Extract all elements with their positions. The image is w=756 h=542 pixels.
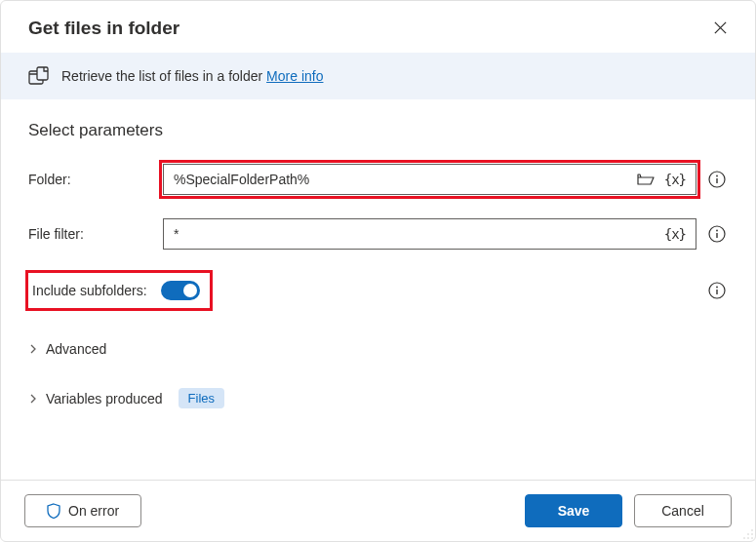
svg-point-11 <box>743 537 745 539</box>
section-title: Select parameters <box>28 121 728 140</box>
svg-point-7 <box>716 287 718 289</box>
folder-input[interactable] <box>164 165 633 194</box>
chevron-right-icon <box>28 344 38 354</box>
include-subfolders-label: Include subfolders: <box>32 283 147 298</box>
insert-variable-button[interactable]: {x} <box>660 223 690 245</box>
insert-variable-button[interactable]: {x} <box>660 169 690 190</box>
svg-point-12 <box>747 537 749 539</box>
info-banner: Retrieve the list of files in a folder M… <box>1 53 755 99</box>
folder-open-icon <box>637 173 655 186</box>
include-subfolders-info-button[interactable] <box>706 280 728 301</box>
folder-info-button[interactable] <box>706 169 728 190</box>
close-icon <box>713 20 728 35</box>
svg-rect-1 <box>37 67 48 80</box>
close-button[interactable] <box>709 17 732 39</box>
browse-folder-button[interactable] <box>633 170 658 189</box>
info-icon <box>708 171 726 188</box>
advanced-label: Advanced <box>46 341 106 357</box>
dialog-title: Get files in folder <box>28 18 179 39</box>
folder-label: Folder: <box>28 172 153 187</box>
cancel-button[interactable]: Cancel <box>634 494 732 527</box>
banner-text: Retrieve the list of files in a folder M… <box>61 68 323 84</box>
file-filter-info-button[interactable] <box>706 223 728 245</box>
include-subfolders-group: Include subfolders: <box>28 273 210 308</box>
on-error-button[interactable]: On error <box>24 494 141 527</box>
advanced-expander[interactable]: Advanced <box>28 335 728 363</box>
variables-produced-label: Variables produced <box>46 391 163 406</box>
file-filter-label: File filter: <box>28 226 153 242</box>
variables-produced-expander[interactable]: Variables produced Files <box>28 382 728 414</box>
variable-icon: {x} <box>664 226 686 242</box>
file-filter-input[interactable] <box>164 219 660 249</box>
include-subfolders-toggle[interactable] <box>161 281 200 300</box>
svg-point-13 <box>751 537 753 539</box>
info-icon <box>708 282 726 299</box>
svg-point-8 <box>751 529 753 531</box>
folder-input-wrapper: {x} <box>163 164 696 195</box>
save-button[interactable]: Save <box>525 494 622 527</box>
svg-point-5 <box>716 230 718 232</box>
variable-badge-files[interactable]: Files <box>179 388 224 408</box>
resize-grip-icon[interactable] <box>742 528 754 540</box>
info-icon <box>708 225 726 243</box>
file-filter-input-wrapper: {x} <box>163 218 696 250</box>
more-info-link[interactable]: More info <box>266 68 323 84</box>
shield-icon <box>47 503 60 519</box>
files-folder-icon <box>28 66 50 86</box>
svg-point-9 <box>747 533 749 535</box>
chevron-right-icon <box>28 394 38 404</box>
variable-icon: {x} <box>664 172 686 187</box>
svg-point-3 <box>716 175 718 177</box>
svg-point-10 <box>751 533 753 535</box>
